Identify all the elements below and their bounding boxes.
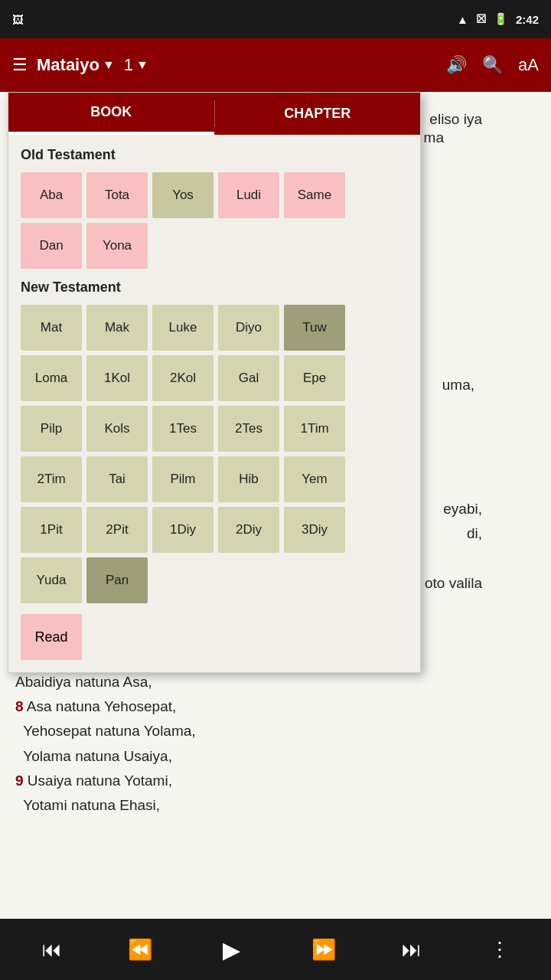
book-2pit[interactable]: 2Pit (86, 507, 148, 553)
battery-icon: 🔋 (494, 12, 508, 26)
book-luke[interactable]: Luke (152, 305, 214, 351)
book-2tim[interactable]: 2Tim (21, 456, 82, 502)
book-mat[interactable]: Mat (21, 305, 82, 351)
tab-book[interactable]: BOOK (8, 93, 214, 135)
book-same[interactable]: Same (284, 172, 345, 218)
book-tai[interactable]: Tai (86, 456, 148, 502)
fast-forward-button[interactable]: ⏩ (305, 930, 343, 969)
verse-8: 8 Asa natuna Yehosepat, Yehosepat natuna… (15, 694, 490, 769)
toolbar: ☰ Mataiyo ▼ 1 ▼ 🔊 🔍 aA (0, 38, 551, 92)
bottom-bar: ⏮ ⏪ ▶ ⏩ ⏭ ⋮ (0, 919, 551, 980)
book-2diy[interactable]: 2Diy (218, 507, 279, 553)
book-loma[interactable]: Loma (21, 355, 82, 401)
book-chapter-panel: BOOK CHAPTER Old Testament Aba Tota Yos … (8, 92, 421, 673)
book-yem[interactable]: Yem (284, 456, 345, 502)
toolbar-left: ☰ Mataiyo ▼ 1 ▼ (12, 55, 437, 75)
old-testament-title: Old Testament (21, 147, 408, 163)
book-1tes[interactable]: 1Tes (152, 406, 214, 452)
book-pilm[interactable]: Pilm (152, 456, 214, 502)
signal-icon: ☒ (476, 12, 486, 26)
book-yona[interactable]: Yona (86, 223, 148, 269)
book-ludi[interactable]: Ludi (218, 172, 279, 218)
book-epe[interactable]: Epe (284, 355, 345, 401)
gallery-icon: 🖼 (12, 13, 24, 26)
chapter-number: 1 (124, 55, 133, 75)
play-button[interactable]: ▶ (209, 926, 255, 972)
book-kols[interactable]: Kols (86, 406, 148, 452)
skip-forward-button[interactable]: ⏭ (393, 930, 431, 969)
book-gal[interactable]: Gal (218, 355, 279, 401)
book-2kol[interactable]: 2Kol (152, 355, 214, 401)
new-testament-grid: Mat Mak Luke Diyo Tuw Loma 1Kol 2Kol Gal… (21, 305, 408, 603)
book-diyo[interactable]: Diyo (218, 305, 279, 351)
verse-9-num: 9 (15, 773, 24, 789)
status-left: 🖼 (12, 13, 24, 26)
book-mak[interactable]: Mak (86, 305, 148, 351)
book-1diy[interactable]: 1Diy (152, 507, 214, 553)
tab-bar: BOOK CHAPTER (8, 93, 420, 135)
old-testament-grid: Aba Tota Yos Ludi Same Dan Yona (21, 172, 408, 269)
new-testament-title: New Testament (21, 279, 408, 296)
book-yos[interactable]: Yos (152, 172, 214, 218)
wifi-icon: ▲ (457, 13, 468, 26)
toolbar-right: 🔊 🔍 aA (446, 55, 539, 75)
book-tota[interactable]: Tota (86, 172, 148, 218)
book-yuda[interactable]: Yuda (21, 557, 82, 603)
chapter-dropdown-arrow: ▼ (136, 58, 148, 72)
chapter-selector[interactable]: 1 ▼ (124, 55, 148, 75)
time-display: 2:42 (516, 13, 539, 26)
verse-8-num: 8 (15, 698, 24, 714)
volume-button[interactable]: 🔊 (446, 55, 467, 75)
rewind-button[interactable]: ⏪ (121, 930, 159, 969)
book-3diy[interactable]: 3Diy (284, 507, 345, 553)
book-2tes[interactable]: 2Tes (218, 406, 279, 452)
book-aba[interactable]: Aba (21, 172, 82, 218)
book-1kol[interactable]: 1Kol (86, 355, 148, 401)
dropdown-content: Old Testament Aba Tota Yos Ludi Same Dan… (8, 135, 420, 672)
verse-9: 9 Usaiya natuna Yotami, Yotami natuna Eh… (15, 769, 490, 818)
menu-button[interactable]: ☰ (12, 55, 28, 75)
status-bar: 🖼 ▲ ☒ 🔋 2:42 (0, 0, 551, 38)
book-tuw[interactable]: Tuw (284, 305, 345, 351)
book-1pit[interactable]: 1Pit (21, 507, 82, 553)
book-dan[interactable]: Dan (21, 223, 82, 269)
skip-back-button[interactable]: ⏮ (33, 930, 71, 969)
more-options-button[interactable]: ⋮ (481, 930, 519, 969)
book-pilp[interactable]: Pilp (21, 406, 82, 452)
book-name: Mataiyo (37, 55, 99, 75)
font-size-button[interactable]: aA (518, 55, 539, 75)
book-selector[interactable]: Mataiyo ▼ (37, 55, 115, 75)
book-1tim[interactable]: 1Tim (284, 406, 345, 452)
book-dropdown-arrow: ▼ (103, 58, 115, 72)
status-right: ▲ ☒ 🔋 2:42 (457, 12, 539, 26)
tab-chapter[interactable]: CHAPTER (215, 93, 421, 135)
read-button[interactable]: Read (21, 614, 82, 660)
abaidiya-text: Abaidiya natuna Asa, (15, 670, 490, 694)
book-pan[interactable]: Pan (86, 557, 148, 603)
book-hib[interactable]: Hib (218, 456, 279, 502)
search-button[interactable]: 🔍 (482, 55, 503, 75)
